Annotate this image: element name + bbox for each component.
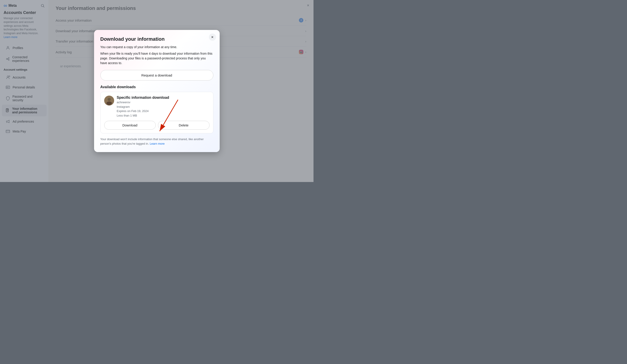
- modal-close-button[interactable]: ×: [209, 34, 216, 41]
- modal-title: Download your information: [100, 36, 213, 42]
- modal-footer-link[interactable]: Learn more: [150, 142, 164, 145]
- modal-desc2: When your file is ready you'll have 4 da…: [100, 51, 213, 65]
- download-card-platform: Instagram: [117, 105, 169, 109]
- request-download-button[interactable]: Request a download: [100, 70, 213, 81]
- modal-overlay: × Download your information You can requ…: [0, 0, 314, 182]
- svg-point-22: [106, 101, 112, 105]
- download-card-username: achneerov: [117, 100, 169, 105]
- download-card: Specific information download achneerov …: [100, 92, 213, 134]
- download-actions: Download Delete: [104, 121, 209, 130]
- download-card-size: Less than 1 MB: [117, 113, 169, 118]
- svg-point-21: [107, 98, 111, 101]
- available-downloads-label: Available downloads: [100, 85, 213, 89]
- delete-button[interactable]: Delete: [158, 121, 209, 130]
- download-card-header: Specific information download achneerov …: [104, 96, 209, 118]
- download-info-text: Specific information download achneerov …: [117, 96, 169, 118]
- download-card-expires: Expires on Feb 19, 2024: [117, 109, 169, 113]
- avatar: [104, 96, 114, 105]
- avatar-image: [104, 96, 114, 105]
- modal-footer: Your download won't include information …: [100, 137, 213, 146]
- modal-desc1: You can request a copy of your informati…: [100, 45, 213, 49]
- download-info-modal: × Download your information You can requ…: [94, 30, 220, 152]
- download-card-title: Specific information download: [117, 96, 169, 100]
- download-button[interactable]: Download: [104, 121, 156, 130]
